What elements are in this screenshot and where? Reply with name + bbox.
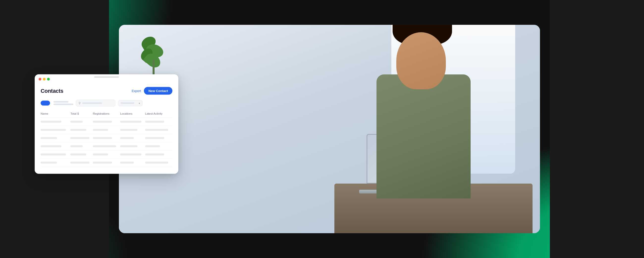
cell-skeleton-loc: [120, 154, 141, 156]
col-header-registrations: Registrations: [93, 112, 120, 115]
search-placeholder-line: [82, 102, 102, 104]
table-row[interactable]: [40, 151, 172, 159]
cell-skeleton-total: [70, 154, 86, 156]
cell-skeleton-reg: [93, 154, 108, 156]
cell-skeleton-activity: [145, 121, 164, 123]
header-actions: Export New Contact: [132, 87, 172, 95]
search-icon: ⚲: [78, 101, 81, 105]
filter-dropdown[interactable]: ▾: [118, 100, 143, 106]
cell-skeleton-activity: [145, 145, 160, 147]
cell-skeleton-loc: [120, 129, 138, 131]
window-scroll-bar: [94, 76, 119, 78]
cell-skeleton-loc: [120, 137, 134, 139]
export-button[interactable]: Export: [132, 89, 141, 93]
window-dot-minimize[interactable]: [43, 78, 46, 81]
cell-skeleton-total: [70, 121, 83, 123]
new-contact-button[interactable]: New Contact: [144, 87, 172, 95]
app-window: Contacts Export New Contact: [35, 74, 178, 174]
cell-skeleton-reg: [93, 145, 116, 147]
cell-skeleton-total: [70, 162, 90, 164]
cell-skeleton-reg: [93, 137, 112, 139]
col-header-name: Name: [40, 112, 70, 115]
cell-skeleton-activity: [145, 137, 164, 139]
tab-line-skeleton: [54, 104, 73, 105]
tab-lines: [54, 101, 73, 105]
person-figure: [347, 25, 520, 233]
cell-skeleton-name: [40, 154, 66, 156]
table-body: [40, 118, 172, 167]
cell-skeleton-loc: [120, 121, 141, 123]
col-header-total: Total $: [70, 112, 93, 115]
window-dot-close[interactable]: [39, 78, 41, 81]
table-row[interactable]: [40, 159, 172, 167]
cell-skeleton-total: [70, 145, 83, 147]
col-header-activity: Latest Activity: [145, 112, 172, 115]
cell-skeleton-name: [40, 145, 62, 147]
chevron-down-icon: ▾: [139, 102, 140, 104]
cell-skeleton-activity: [145, 154, 164, 156]
cell-skeleton-name: [40, 162, 57, 164]
cell-skeleton-activity: [145, 129, 168, 131]
table-row[interactable]: [40, 134, 172, 142]
dark-panel-right: [550, 0, 644, 258]
app-content: Contacts Export New Contact: [35, 83, 178, 174]
content-wrapper: Contacts Export New Contact: [119, 17, 540, 241]
cell-skeleton-name: [40, 137, 57, 139]
contacts-table: Name Total $ Registrations Locations Lat…: [40, 111, 172, 167]
table-header: Name Total $ Registrations Locations Lat…: [40, 111, 172, 118]
filter-value-line: [121, 102, 134, 104]
app-header: Contacts Export New Contact: [40, 87, 172, 95]
cell-skeleton-name: [40, 129, 66, 131]
cell-skeleton-reg: [93, 121, 112, 123]
cell-skeleton-activity: [145, 162, 168, 164]
page-title: Contacts: [40, 88, 64, 94]
plant-decoration: [139, 30, 168, 79]
cell-skeleton-loc: [120, 162, 134, 164]
window-dot-maximize[interactable]: [47, 78, 50, 81]
cell-skeleton-total: [70, 137, 90, 139]
cell-skeleton-name: [40, 121, 62, 123]
active-tab-pill[interactable]: [40, 101, 50, 106]
person-head: [396, 32, 446, 89]
search-box[interactable]: ⚲: [76, 100, 116, 107]
table-row[interactable]: [40, 142, 172, 151]
tab-line-skeleton: [54, 101, 68, 103]
window-chrome: [35, 74, 178, 83]
person-body: [376, 74, 470, 198]
cell-skeleton-loc: [120, 145, 138, 147]
center-content: Contacts Export New Contact: [109, 0, 550, 258]
cell-skeleton-reg: [93, 129, 108, 131]
cell-skeleton-reg: [93, 162, 112, 164]
cell-skeleton-total: [70, 129, 86, 131]
table-row[interactable]: [40, 126, 172, 134]
toolbar: ⚲ ▾: [40, 100, 172, 107]
table-row[interactable]: [40, 118, 172, 126]
photo-panel: [119, 25, 540, 233]
col-header-locations: Locations: [120, 112, 145, 115]
